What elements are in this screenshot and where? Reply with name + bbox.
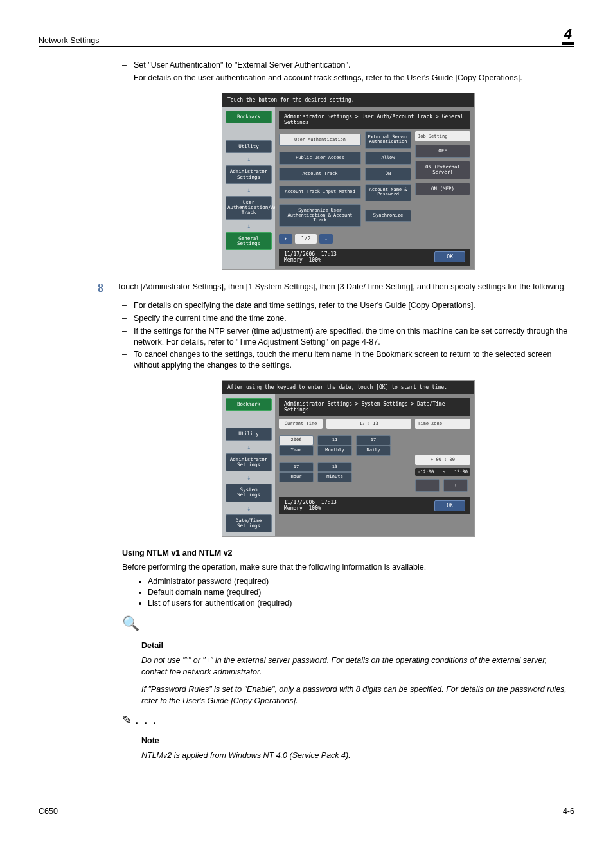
option-button[interactable]: ON (MFP) [415,183,470,195]
list-item: Specify the current time and the time zo… [122,313,574,324]
list-item: To cancel changes to the settings, touch… [122,349,574,371]
section-heading: Using NTLM v1 and NTLM v2 [122,548,574,557]
admin-panel-screenshot-2: After using the keypad to enter the date… [222,380,475,537]
setting-label[interactable]: Public User Access [279,152,361,165]
chapter-number: 4 [562,26,574,45]
list-item: Default domain name (required) [148,588,574,597]
page-indicator: 1/2 [295,234,317,244]
current-time-value: 17 : 13 [326,419,411,429]
sidebar-item[interactable]: Date/Time Settings [226,514,272,533]
hour-label: Hour [279,472,314,482]
sidebar-item[interactable]: General Settings [226,232,272,251]
sidebar: Bookmark Utility ↓ Administrator Setting… [222,394,275,536]
setting-value[interactable]: ON [365,168,411,181]
day-label: Daily [356,446,391,456]
sidebar-item[interactable]: Administrator Settings [226,165,272,184]
requirements-list: Administrator password (required) Defaul… [148,577,574,608]
arrow-down-icon: ↓ [247,222,251,230]
note-icon: ✎ . . . [122,713,574,727]
breadcrumb: Administrator Settings > User Auth/Accou… [279,111,470,129]
step8-list: For details on specifying the date and t… [122,300,574,371]
step-number: 8 [98,282,117,295]
label: Current Time [279,419,323,429]
page-down-button[interactable]: ↓ [319,234,333,244]
option-button[interactable]: ON (External Server) [415,161,470,179]
arrow-down-icon: ↓ [247,505,251,512]
detail-paragraph: If "Password Rules" is set to "Enable", … [141,684,574,707]
sidebar-item[interactable]: Utility [226,428,272,440]
setting-label[interactable]: Account Track [279,168,361,181]
month-value[interactable]: 11 [317,435,352,446]
arrow-down-icon: ↓ [247,444,251,451]
year-label: Year [279,446,314,456]
step-text: Touch [Administrator Settings], then [1 … [117,282,574,295]
sidebar-item[interactable]: User Authentication/Account Track [226,196,272,220]
arrow-down-icon: ↓ [247,186,251,194]
setting-value[interactable]: Allow [365,152,411,165]
magnifier-icon: 🔍 [122,615,574,632]
ok-button[interactable]: OK [434,500,465,511]
bookmark-button[interactable]: Bookmark [226,398,272,411]
running-header: Network Settings [39,36,99,45]
breadcrumb: Administrator Settings > System Settings… [279,398,470,416]
setting-value[interactable]: Synchronize [365,210,411,222]
detail-paragraph: Do not use """ or "+" in the external se… [141,655,574,678]
option-button[interactable]: OFF [415,145,470,158]
panel-title: Time Zone [415,419,470,429]
timezone-value: + 00 : 00 [415,455,470,465]
arrow-down-icon: ↓ [247,156,251,163]
setting-value[interactable]: Account Name & Password [365,184,411,201]
day-value[interactable]: 17 [356,435,391,446]
instruction-bar: After using the keypad to enter the date… [222,381,474,394]
sidebar-item[interactable]: Utility [226,140,272,153]
plus-button[interactable]: + [443,479,468,492]
ok-button[interactable]: OK [434,251,465,262]
note-heading: Note [141,736,574,745]
list-item: If the settings for the NTP server (time… [122,326,574,348]
minute-label: Minute [317,472,352,482]
sidebar-item[interactable]: System Settings [226,484,272,502]
hour-value[interactable]: 17 [279,462,314,473]
list-item: For details on the user authentication a… [122,73,574,84]
setting-value[interactable]: External Server Authentication [365,131,411,149]
footer-page: 4-6 [563,807,574,816]
sidebar: Bookmark Utility ↓ Administrator Setting… [222,107,275,269]
list-item: For details on specifying the date and t… [122,300,574,311]
instruction-bar: Touch the button for the desired setting… [222,93,474,107]
bookmark-button[interactable]: Bookmark [226,111,272,123]
status-bar: 11/17/2006 17:13 Memory 100% [284,251,337,263]
setting-label[interactable]: Account Track Input Method [279,186,361,199]
setting-label[interactable]: Synchronize User Authentication & Accoun… [279,204,361,227]
list-item: Administrator password (required) [148,577,574,586]
month-label: Monthly [317,446,352,456]
page-up-button[interactable]: ↑ [279,234,292,244]
setting-label[interactable]: User Authentication [279,134,361,147]
list-item: Set "User Authentication" to "External S… [122,60,574,71]
admin-panel-screenshot-1: Touch the button for the desired setting… [222,93,475,270]
year-value[interactable]: 2006 [279,435,314,446]
minute-value[interactable]: 13 [317,462,352,473]
note-paragraph: NTLMv2 is applied from Windows NT 4.0 (S… [141,750,574,762]
footer-model: C650 [39,807,58,816]
list-item: List of users for authentication (requir… [148,599,574,608]
arrow-down-icon: ↓ [247,474,251,481]
paragraph: Before performing the operation, make su… [122,563,574,572]
minus-button[interactable]: − [415,479,440,492]
panel-title: Job Setting [415,131,470,141]
intro-list: Set "User Authentication" to "External S… [122,60,574,84]
sidebar-item[interactable]: Administrator Settings [226,453,272,472]
status-bar: 11/17/2006 17:13 Memory 100% [284,500,337,511]
detail-heading: Detail [141,641,574,650]
